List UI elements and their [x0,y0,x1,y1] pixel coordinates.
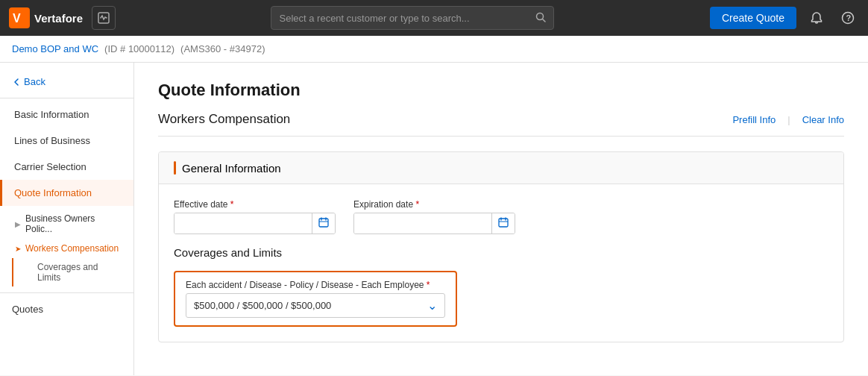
svg-line-4 [543,19,546,22]
chevron-down-icon: ⌄ [427,298,437,313]
clear-info-link[interactable]: Clear Info [802,114,844,125]
coverage-dropdown-label: Each accident / Disease - Policy / Disea… [186,280,445,290]
sidebar-child-coverages[interactable]: Coverages and Limits [12,258,133,286]
effective-date-input[interactable]: 04/30/2023 [174,213,312,234]
sidebar-sub-item-bop[interactable]: ▶ Business Owners Polic... [0,209,133,239]
help-icon: ? [841,11,855,25]
general-information-card: General Information Effective date * 04/… [158,151,844,342]
effective-date-group: Effective date * 04/30/2023 [174,199,336,234]
triangle-right-icon: ▶ [15,220,21,228]
main-content: Quote Information Workers Compensation P… [134,63,868,375]
expiration-date-label: Expiration date * [353,199,515,210]
effective-date-input-wrap: 04/30/2023 [174,213,336,234]
coverage-dropdown-value: $500,000 / $500,000 / $500,000 [194,300,331,311]
svg-rect-7 [319,219,328,227]
ams-ref: (AMS360 - #34972) [180,43,265,54]
sidebar-divider-1 [0,98,133,98]
section-title: Workers Compensation [158,112,290,127]
back-button[interactable]: Back [0,69,133,95]
effective-date-required: * [230,199,234,210]
expiration-date-calendar-button[interactable] [491,213,515,234]
actions-divider: | [787,114,790,125]
general-info-body: Effective date * 04/30/2023 [159,184,843,342]
create-quote-button[interactable]: Create Quote [710,7,796,29]
sidebar-item-lines-of-business[interactable]: Lines of Business [0,128,133,154]
general-info-title: General Information [182,162,281,175]
sidebar-sub-label-bop: Business Owners Polic... [25,213,122,234]
logo: V Vertafore [9,7,83,28]
activity-icon [98,12,110,24]
prefill-info-link[interactable]: Prefill Info [732,114,776,125]
account-link[interactable]: Demo BOP and WC [12,43,98,54]
search-area [125,6,701,30]
svg-text:?: ? [846,13,852,22]
sidebar-item-quotes[interactable]: Quotes [0,296,133,322]
coverage-dropdown-select[interactable]: $500,000 / $500,000 / $500,000 ⌄ [186,293,445,318]
search-icon[interactable] [535,12,546,25]
search-input[interactable] [279,13,535,24]
notifications-button[interactable] [805,8,828,28]
vertafore-logo-icon: V [9,7,30,28]
logo-text: Vertafore [34,12,83,25]
expiration-date-input-wrap: 04/30/2024 [353,213,515,234]
sidebar-item-basic-information[interactable]: Basic Information [0,101,133,128]
section-actions: Prefill Info | Clear Info [732,114,844,125]
calendar-icon-expiration [498,217,509,228]
svg-text:V: V [13,12,21,25]
main-layout: Back Basic Information Lines of Business… [0,63,868,375]
expiration-date-group: Expiration date * 04/30/2024 [353,199,515,234]
top-navigation: V Vertafore Create Quote [0,0,868,36]
expiration-date-input[interactable]: 04/30/2024 [354,213,491,234]
coverages-section: Coverages and Limits Each accident / Dis… [174,246,828,327]
dates-row: Effective date * 04/30/2023 [174,199,828,234]
arrow-orange-icon: ➤ [15,245,21,253]
accent-bar [174,161,176,175]
help-button[interactable]: ? [837,8,859,28]
sidebar-sub-items: ▶ Business Owners Polic... ➤ Workers Com… [0,206,133,289]
general-info-header: General Information [159,152,843,184]
coverages-title: Coverages and Limits [174,246,828,259]
page-title: Quote Information [158,81,844,100]
calendar-icon-effective [318,217,329,228]
section-header: Workers Compensation Prefill Info | Clea… [158,112,844,137]
sidebar-item-quote-information[interactable]: Quote Information [0,180,133,206]
effective-date-label: Effective date * [174,199,336,210]
breadcrumb: Demo BOP and WC (ID # 10000112) (AMS360 … [0,36,868,63]
sidebar-item-carrier-selection[interactable]: Carrier Selection [0,154,133,180]
sidebar-sub-item-workers-comp[interactable]: ➤ Workers Compensation [0,239,133,258]
coverage-dropdown-group: Each accident / Disease - Policy / Disea… [174,271,457,327]
activity-icon-btn[interactable] [92,6,116,30]
back-label: Back [24,76,45,87]
expiration-date-required: * [415,199,419,210]
svg-rect-11 [499,219,508,227]
sidebar: Back Basic Information Lines of Business… [0,63,134,375]
search-wrapper [271,6,554,30]
bell-icon [810,11,823,25]
back-chevron-icon [12,78,21,87]
account-id: (ID # 10000112) [104,43,174,54]
effective-date-calendar-button[interactable] [312,213,335,234]
coverage-required-star: * [427,280,430,290]
sidebar-sub-label-wc: Workers Compensation [25,243,119,254]
sidebar-divider-2 [0,292,133,293]
